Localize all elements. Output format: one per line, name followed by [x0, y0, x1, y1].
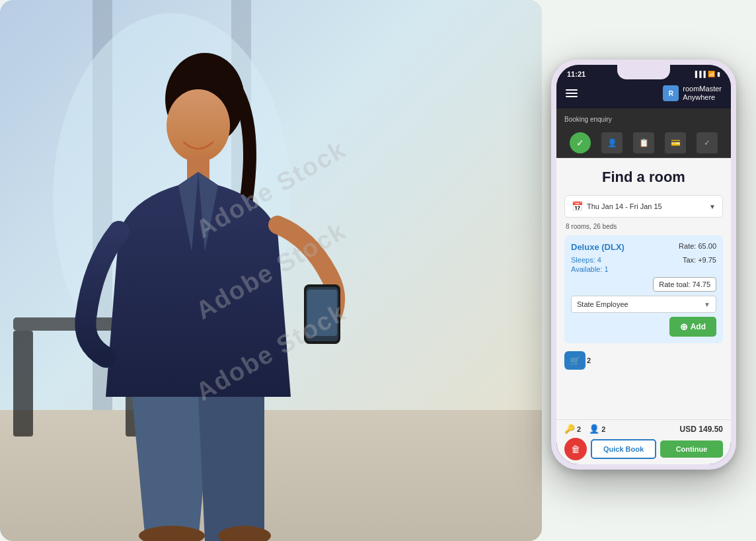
svg-rect-6 [13, 331, 33, 437]
delete-booking-button[interactable]: 🗑 [564, 438, 587, 460]
sleeps-text: Sleeps: 4 [571, 256, 609, 264]
cart-count: 2 [587, 356, 591, 364]
add-icon: ⊕ [680, 321, 688, 332]
wizard-steps: ✓ 👤 📋 💳 ✓ [556, 128, 731, 158]
app-header: R roomMaster Anywhere [556, 81, 731, 108]
brand-icon: R [663, 85, 679, 101]
add-room-button[interactable]: ⊕ Add [669, 317, 716, 337]
date-selector[interactable]: 📅 Thu Jan 14 - Fri Jan 15 ▼ [564, 195, 723, 218]
wizard-step-5[interactable]: ✓ [697, 132, 718, 153]
person-count-group: 👤 2 [589, 424, 605, 434]
quick-book-button[interactable]: Quick Book [591, 439, 656, 459]
person-count-text: 2 [601, 425, 605, 433]
phone-screen: 11:21 ▐▐▐ 📶 ▮ R roomMaster [556, 65, 731, 464]
wifi-icon: 📶 [708, 71, 715, 77]
status-time: 11:21 [567, 70, 586, 78]
delete-icon: 🗑 [571, 444, 580, 454]
brand-name-line2: Anywhere [683, 93, 715, 101]
brand-name-line1: roomMaster [683, 85, 722, 93]
key-count-text: 2 [577, 425, 581, 433]
person-icon: 👤 [589, 424, 599, 434]
key-count-group: 🔑 2 [564, 424, 581, 434]
rate-info: Rate: 65.00 [679, 242, 716, 250]
tax-info: Tax: +9.75 [683, 256, 716, 264]
background-photo: Adobe Stock Adobe Stock Adobe Stock [0, 0, 542, 541]
status-icons: ▐▐▐ 📶 ▮ [693, 71, 720, 77]
room-name: Deluxe (DLX) [571, 242, 624, 252]
rate-total-inner: Rate toal: 74.75 [653, 277, 716, 292]
battery-icon: ▮ [717, 71, 720, 77]
total-amount: USD 149.50 [680, 425, 723, 434]
room-card: Deluxe (DLX) Rate: 65.00 Sleeps: 4 [564, 235, 723, 343]
svg-rect-14 [307, 290, 337, 336]
booking-enquiry-label: Booking enquiry [564, 116, 612, 123]
hamburger-line-3 [566, 96, 578, 97]
bottom-bar-row2: 🗑 Quick Book Continue [564, 438, 723, 460]
available-text: Available: 1 [571, 265, 609, 273]
booking-enquiry-bar: Booking enquiry [556, 108, 731, 128]
key-icon: 🔑 [564, 424, 575, 434]
main-content: Find a room 📅 Thu Jan 14 - Fri Jan 15 ▼ … [556, 158, 731, 419]
dropdown-selected-label: State Employee [577, 300, 628, 308]
rate-type-dropdown[interactable]: State Employee ▼ [571, 296, 716, 313]
brand-logo: R roomMaster Anywhere [663, 85, 722, 102]
room-details-left: Sleeps: 4 Available: 1 [571, 256, 609, 273]
hamburger-line-2 [566, 93, 578, 94]
hamburger-menu-button[interactable] [566, 89, 578, 97]
rate-total-box: Rate toal: 74.75 [571, 277, 716, 292]
room-card-row1: Deluxe (DLX) Rate: 65.00 [571, 242, 716, 252]
brand-name: roomMaster Anywhere [683, 85, 722, 102]
bottom-bar-row1: 🔑 2 👤 2 USD 149.50 [564, 424, 723, 434]
find-room-title: Find a room [564, 169, 723, 186]
wizard-step-1[interactable]: ✓ [570, 132, 591, 153]
continue-button[interactable]: Continue [660, 440, 723, 458]
calendar-icon: 📅 [572, 201, 583, 212]
cart-row: 🛒 2 [564, 349, 723, 372]
rate-label: Rate: [679, 242, 696, 250]
date-range-text: Thu Jan 14 - Fri Jan 15 [587, 202, 662, 210]
room-card-row2: Sleeps: 4 Available: 1 Tax: +9.75 [571, 256, 716, 273]
phone-body: 11:21 ▐▐▐ 📶 ▮ R roomMaster [551, 60, 736, 470]
date-dropdown-arrow: ▼ [709, 203, 716, 210]
svg-rect-4 [0, 410, 542, 541]
wizard-step-2[interactable]: 👤 [601, 132, 623, 153]
signal-icon: ▐▐▐ [693, 71, 706, 77]
room-summary: 8 rooms, 26 beds [564, 223, 723, 230]
wizard-step-3[interactable]: 📋 [633, 132, 654, 153]
dropdown-chevron-icon: ▼ [704, 301, 710, 308]
add-button-label: Add [691, 322, 706, 331]
phone-device: 11:21 ▐▐▐ 📶 ▮ R roomMaster [551, 60, 736, 470]
svg-point-9 [167, 89, 230, 162]
cart-icon-wrapper: 🛒 [564, 351, 586, 370]
phone-notch [617, 65, 670, 79]
date-left: 📅 Thu Jan 14 - Fri Jan 15 [572, 201, 662, 212]
bottom-bar: 🔑 2 👤 2 USD 149.50 🗑 [556, 419, 731, 464]
rate-value: 65.00 [698, 242, 716, 250]
wizard-step-4[interactable]: 💳 [665, 132, 686, 153]
hamburger-line-1 [566, 89, 578, 91]
cart-icon: 🛒 [570, 356, 580, 366]
add-button-row: ⊕ Add [571, 317, 716, 337]
